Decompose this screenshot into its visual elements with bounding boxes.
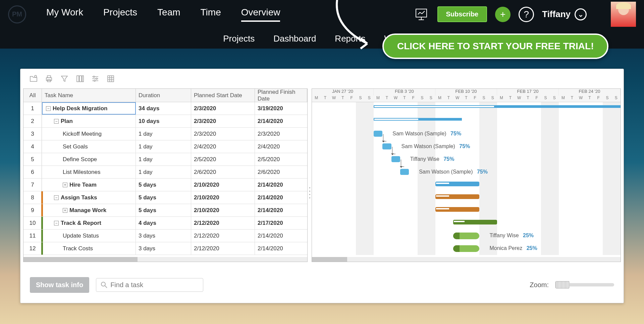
expander-icon[interactable]: + bbox=[63, 208, 67, 213]
svg-rect-8 bbox=[79, 76, 82, 82]
subtab-projects[interactable]: Projects bbox=[223, 34, 255, 44]
svg-point-15 bbox=[94, 80, 95, 81]
svg-point-13 bbox=[93, 76, 95, 77]
help-button[interactable]: ? bbox=[519, 7, 534, 22]
expander-icon[interactable]: − bbox=[54, 195, 59, 200]
columns-icon[interactable] bbox=[75, 74, 85, 84]
logo[interactable]: PM bbox=[8, 5, 26, 23]
find-task-field[interactable] bbox=[96, 278, 203, 292]
gantt-bar-label: Sam Watson (Sample) 75% bbox=[419, 169, 488, 175]
table-row[interactable]: 7+Hire Team5 days2/10/20202/14/2020 bbox=[23, 179, 307, 191]
show-task-info-button[interactable]: Show task info bbox=[30, 277, 89, 293]
zoom-slider[interactable] bbox=[555, 283, 614, 286]
gantt-bar-label: Sam Watson (Sample) 75% bbox=[401, 143, 470, 149]
gantt-bar-label: Monica Perez 25% bbox=[489, 245, 537, 251]
settings-icon[interactable] bbox=[90, 74, 100, 84]
gantt-bar-label: Sam Watson (Sample) 75% bbox=[392, 131, 461, 137]
task-header: All Task Name Duration Planned Start Dat… bbox=[23, 89, 307, 102]
table-row[interactable]: 5Define Scope1 day2/5/20202/5/2020 bbox=[23, 153, 307, 166]
task-grid: All Task Name Duration Planned Start Dat… bbox=[23, 88, 308, 262]
tab-time[interactable]: Time bbox=[201, 7, 221, 22]
expander-icon[interactable]: − bbox=[54, 119, 59, 124]
expander-icon[interactable]: − bbox=[46, 106, 51, 111]
col-start[interactable]: Planned Start Date bbox=[191, 89, 255, 102]
col-all[interactable]: All bbox=[23, 89, 42, 102]
find-task-input[interactable] bbox=[110, 281, 199, 289]
col-duration[interactable]: Duration bbox=[136, 89, 191, 102]
col-task[interactable]: Task Name bbox=[42, 89, 136, 102]
table-row[interactable]: 2−Plan10 days2/3/20202/14/2020 bbox=[23, 115, 307, 128]
user-name-label: Tiffany bbox=[542, 9, 571, 19]
table-row[interactable]: 4Set Goals1 day2/4/20202/4/2020 bbox=[23, 140, 307, 153]
toolbar bbox=[20, 69, 624, 88]
zoom-thumb[interactable] bbox=[555, 281, 570, 288]
subtab-dashboard[interactable]: Dashboard bbox=[273, 34, 316, 44]
gantt-header: JAN 27 '20FEB 3 '20FEB 10 '20FEB 17 '20F… bbox=[312, 89, 621, 102]
presentation-icon[interactable] bbox=[413, 6, 429, 22]
task-hscroll[interactable] bbox=[23, 257, 307, 262]
gantt-hscroll[interactable] bbox=[312, 257, 621, 262]
subtab-reports[interactable]: Reports bbox=[335, 34, 365, 44]
grid-icon[interactable] bbox=[106, 74, 116, 84]
table-row[interactable]: 10−Track & Report4 days2/12/20202/17/202… bbox=[23, 217, 307, 230]
avatar[interactable] bbox=[611, 2, 636, 27]
tab-projects[interactable]: Projects bbox=[103, 7, 137, 22]
subscribe-button[interactable]: Subscribe bbox=[437, 6, 487, 22]
tab-overview[interactable]: Overview bbox=[241, 7, 280, 22]
chevron-down-icon: ⌄ bbox=[575, 8, 587, 20]
svg-rect-7 bbox=[77, 76, 79, 82]
tab-team[interactable]: Team bbox=[157, 7, 180, 22]
search-icon bbox=[100, 281, 108, 288]
svg-rect-6 bbox=[47, 80, 51, 82]
svg-point-21 bbox=[101, 282, 105, 286]
gantt-bar-label: Tiffany Wise 25% bbox=[489, 233, 534, 239]
table-row[interactable]: 1−Help Desk Migration34 days2/3/20203/19… bbox=[23, 102, 307, 115]
table-row[interactable]: 8−Assign Tasks5 days2/10/20202/14/2020 bbox=[23, 191, 307, 204]
filter-icon[interactable] bbox=[59, 74, 69, 84]
topnav-right: Subscribe + ? Tiffany ⌄ bbox=[413, 2, 636, 27]
bottom-bar: Show task info Zoom: bbox=[20, 275, 624, 294]
col-finish[interactable]: Planned Finish Date bbox=[255, 89, 307, 102]
gantt-panel: All Task Name Duration Planned Start Dat… bbox=[20, 69, 624, 303]
user-menu[interactable]: Tiffany ⌄ bbox=[542, 8, 587, 20]
main-tabs: My Work Projects Team Time Overview bbox=[46, 7, 413, 22]
svg-point-14 bbox=[96, 78, 97, 79]
gantt-body[interactable]: Sam Watson (Sample) 75%Sam Watson (Sampl… bbox=[312, 102, 621, 255]
gantt-chart: JAN 27 '20FEB 3 '20FEB 10 '20FEB 17 '20F… bbox=[312, 88, 621, 262]
svg-point-3 bbox=[35, 75, 37, 77]
expander-icon[interactable]: + bbox=[63, 183, 67, 187]
table-row[interactable]: 11Update Status3 days2/12/20202/14/2020 bbox=[23, 230, 307, 242]
table-row[interactable]: 12Track Costs3 days2/12/20202/14/2020 bbox=[23, 242, 307, 255]
expander-icon[interactable]: − bbox=[54, 221, 59, 225]
task-body: 1−Help Desk Migration34 days2/3/20203/19… bbox=[23, 102, 307, 257]
print-icon[interactable] bbox=[44, 74, 54, 84]
table-row[interactable]: 3Kickoff Meeting1 day2/3/20202/3/2020 bbox=[23, 128, 307, 140]
gantt-bar-label: Tiffany Wise 75% bbox=[410, 156, 454, 162]
add-button[interactable]: + bbox=[495, 7, 511, 22]
svg-line-22 bbox=[105, 286, 107, 288]
tab-my-work[interactable]: My Work bbox=[46, 7, 83, 22]
svg-rect-16 bbox=[108, 76, 114, 82]
split-handle[interactable] bbox=[308, 186, 312, 199]
folder-icon[interactable] bbox=[29, 74, 39, 84]
table-row[interactable]: 9+Manage Work5 days2/10/20202/14/2020 bbox=[23, 204, 307, 217]
grid-area: All Task Name Duration Planned Start Dat… bbox=[23, 88, 621, 262]
free-trial-button[interactable]: CLICK HERE TO START YOUR FREE TRIAL! bbox=[382, 34, 608, 59]
zoom-label: Zoom: bbox=[530, 281, 549, 289]
table-row[interactable]: 6List Milestones1 day2/6/20202/6/2020 bbox=[23, 166, 307, 179]
svg-rect-5 bbox=[47, 76, 51, 78]
top-nav: PM My Work Projects Team Time Overview S… bbox=[0, 0, 644, 28]
svg-rect-9 bbox=[82, 76, 84, 82]
